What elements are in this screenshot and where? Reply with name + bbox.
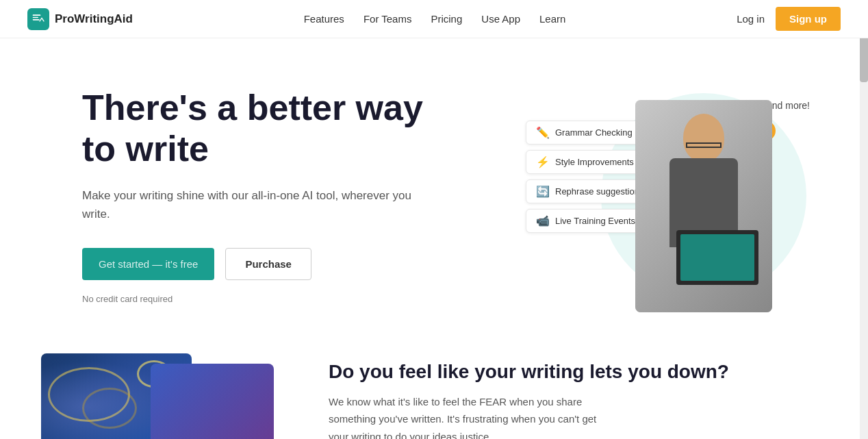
- style-icon: ⚡: [536, 155, 550, 168]
- navbar: ProWritingAid Features For Teams Pricing…: [0, 0, 868, 38]
- nav-links: Features For Teams Pricing Use App Learn: [304, 13, 566, 25]
- svg-rect-0: [33, 14, 41, 16]
- hero-person-image: [635, 100, 772, 312]
- section2: My idea in my head Do you feel like your…: [0, 340, 868, 439]
- nav-pricing[interactable]: Pricing: [431, 13, 462, 25]
- rephrase-icon: 🔄: [536, 185, 550, 198]
- hero-section: There's a better way to write Make your …: [0, 38, 868, 340]
- hero-title: There's a better way to write: [82, 88, 424, 170]
- hero-note: No credit card required: [82, 294, 424, 304]
- nav-actions: Log in Sign up: [737, 7, 841, 31]
- nav-learn[interactable]: Learn: [539, 13, 565, 25]
- svg-rect-2: [33, 19, 40, 21]
- grammar-icon: ✏️: [536, 126, 550, 139]
- swirl-arc-2: [82, 388, 137, 429]
- section2-text: Do you feel like your writing lets you d…: [329, 353, 729, 439]
- nav-for-teams[interactable]: For Teams: [363, 13, 412, 25]
- section2-image: My idea in my head: [41, 353, 288, 439]
- training-icon: 📹: [536, 214, 550, 227]
- hero-subtitle: Make your writing shine with our all-in-…: [82, 186, 424, 223]
- nav-features[interactable]: Features: [304, 13, 344, 25]
- purchase-button[interactable]: Purchase: [225, 248, 311, 280]
- hero-left: There's a better way to write Make your …: [82, 88, 424, 304]
- laptop-screen: [680, 234, 754, 281]
- get-started-button[interactable]: Get started — it's free: [82, 248, 214, 280]
- login-button[interactable]: Log in: [737, 13, 765, 25]
- logo-icon: [27, 8, 49, 30]
- person-head: [683, 114, 724, 162]
- section2-title: Do you feel like your writing lets you d…: [329, 360, 729, 384]
- logo-text: ProWritingAid: [55, 12, 133, 26]
- svg-rect-1: [33, 16, 38, 18]
- pill-style-label: Style Improvements: [555, 157, 634, 167]
- person-bg: [635, 100, 772, 312]
- pill-rephrase-label: Rephrase suggestions: [555, 186, 643, 197]
- hero-buttons: Get started — it's free Purchase: [82, 248, 424, 280]
- section2-body: We know what it's like to feel the FEAR …: [329, 393, 602, 439]
- signup-button[interactable]: Sign up: [776, 7, 841, 31]
- overlay-image: [151, 364, 274, 439]
- person-glasses: [686, 142, 722, 148]
- logo-link[interactable]: ProWritingAid: [27, 8, 133, 30]
- laptop: [676, 230, 758, 285]
- hero-illustration: ...and more! + ✏️ Grammar Checking ⚡ Sty…: [526, 79, 813, 312]
- scrollbar-rail[interactable]: [860, 0, 868, 439]
- nav-use-app[interactable]: Use App: [481, 13, 520, 25]
- pill-training-label: Live Training Events: [555, 216, 635, 226]
- pill-grammar-label: Grammar Checking: [555, 127, 633, 138]
